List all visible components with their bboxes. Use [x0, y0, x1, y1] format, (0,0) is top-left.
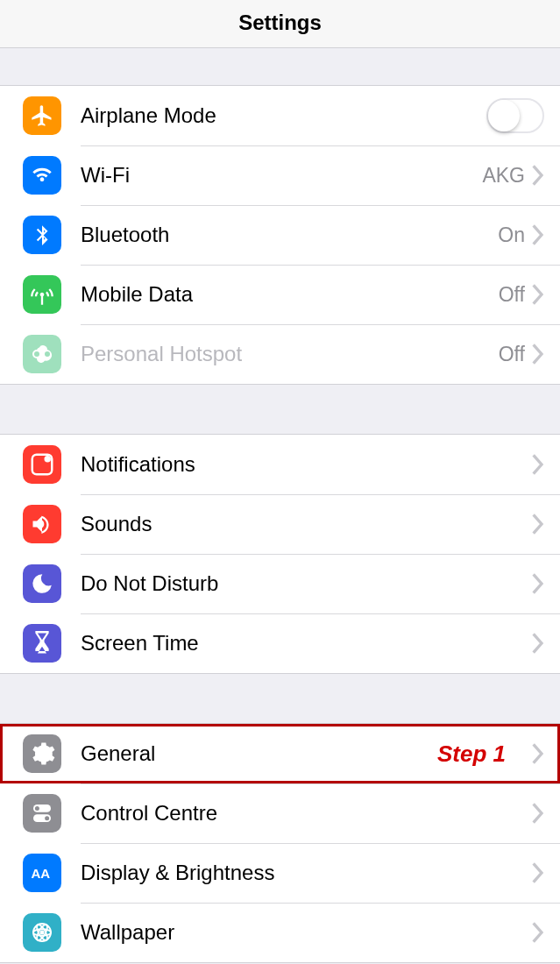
- chevron-right-icon: [532, 573, 544, 594]
- chevron-right-icon: [532, 633, 544, 654]
- control-centre-icon: [23, 794, 61, 833]
- row-personal-hotspot[interactable]: Personal Hotspot Off: [0, 324, 560, 384]
- row-label: General: [81, 741, 437, 766]
- row-label: Wallpaper: [81, 920, 532, 945]
- chevron-right-icon: [532, 743, 544, 764]
- row-screen-time[interactable]: Screen Time: [0, 613, 560, 673]
- svg-point-3: [35, 806, 39, 811]
- page-title: Settings: [0, 11, 560, 35]
- hotspot-icon: [23, 335, 61, 373]
- row-control-centre[interactable]: Control Centre: [0, 783, 560, 843]
- chevron-right-icon: [532, 224, 544, 245]
- row-label: Wi-Fi: [81, 163, 482, 188]
- row-bluetooth[interactable]: Bluetooth On: [0, 205, 560, 265]
- antenna-icon: [23, 275, 61, 314]
- row-do-not-disturb[interactable]: Do Not Disturb: [0, 554, 560, 613]
- row-display-brightness[interactable]: AA Display & Brightness: [0, 843, 560, 903]
- svg-point-8: [40, 931, 45, 935]
- hourglass-icon: [23, 624, 61, 663]
- row-label: Control Centre: [81, 801, 532, 826]
- toggle-knob: [488, 100, 520, 131]
- row-value: On: [498, 223, 525, 247]
- row-value: AKG: [482, 164, 525, 188]
- row-label: Do Not Disturb: [81, 571, 532, 596]
- chevron-right-icon: [532, 514, 544, 535]
- row-airplane-mode[interactable]: Airplane Mode: [0, 86, 560, 145]
- row-wallpaper[interactable]: Wallpaper: [0, 903, 560, 962]
- chevron-right-icon: [532, 803, 544, 824]
- row-label: Mobile Data: [81, 282, 499, 307]
- chevron-right-icon: [532, 454, 544, 475]
- row-label: Display & Brightness: [81, 861, 532, 885]
- notifications-icon: [23, 445, 61, 484]
- row-label: Bluetooth: [81, 223, 498, 247]
- airplane-icon: [23, 96, 61, 135]
- chevron-right-icon: [532, 344, 544, 365]
- group-spacer: [0, 385, 560, 434]
- step-annotation: Step 1: [437, 741, 506, 768]
- group-spacer: [0, 48, 560, 85]
- chevron-right-icon: [532, 922, 544, 943]
- display-icon: AA: [23, 854, 61, 892]
- svg-point-1: [45, 456, 52, 463]
- wallpaper-icon: [23, 913, 61, 952]
- svg-text:AA: AA: [32, 866, 51, 881]
- row-label: Notifications: [81, 452, 532, 477]
- chevron-right-icon: [532, 862, 544, 883]
- row-label: Sounds: [81, 512, 532, 536]
- header: Settings: [0, 0, 560, 48]
- svg-point-5: [45, 816, 49, 820]
- chevron-right-icon: [532, 165, 544, 186]
- gear-icon: [23, 734, 61, 773]
- settings-group-alerts: Notifications Sounds Do Not Disturb Scre…: [0, 434, 560, 674]
- row-sounds[interactable]: Sounds: [0, 494, 560, 554]
- sounds-icon: [23, 505, 61, 543]
- row-label: Personal Hotspot: [81, 342, 499, 366]
- row-label: Airplane Mode: [81, 103, 486, 128]
- bluetooth-icon: [23, 216, 61, 254]
- row-notifications[interactable]: Notifications: [0, 435, 560, 494]
- chevron-right-icon: [532, 284, 544, 305]
- row-general[interactable]: General Step 1: [0, 724, 560, 783]
- settings-group-system: General Step 1 Control Centre AA Display…: [0, 723, 560, 963]
- airplane-toggle[interactable]: [486, 98, 544, 133]
- group-spacer: [0, 674, 560, 723]
- row-mobile-data[interactable]: Mobile Data Off: [0, 265, 560, 324]
- settings-group-connectivity: Airplane Mode Wi-Fi AKG Bluetooth On Mob…: [0, 85, 560, 385]
- wifi-icon: [23, 156, 61, 195]
- moon-icon: [23, 564, 61, 603]
- row-value: Off: [499, 343, 525, 366]
- row-wifi[interactable]: Wi-Fi AKG: [0, 145, 560, 205]
- row-value: Off: [499, 283, 525, 307]
- row-label: Screen Time: [81, 631, 532, 656]
